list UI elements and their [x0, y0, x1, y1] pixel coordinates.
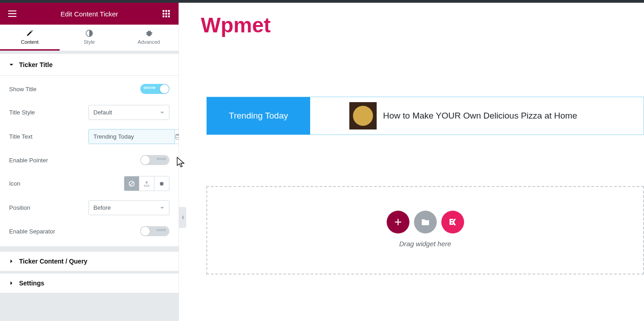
caret-right-icon	[9, 281, 14, 285]
ticker-title-controls: Show Title SHOW Title Style Default Titl…	[0, 76, 179, 249]
toggle-show-title[interactable]: SHOW	[140, 84, 169, 94]
label-enable-pointer: Enable Pointer	[9, 157, 48, 164]
brand-logo: Wpmet	[201, 13, 271, 37]
label-enable-separator: Enable Separator	[9, 228, 55, 235]
chevron-left-icon	[181, 215, 184, 220]
toggle-enable-separator[interactable]: HIDE	[140, 226, 169, 236]
dropzone-hint: Drag widget here	[207, 240, 643, 248]
preview-canvas: Wpmet Trending Today How to Make YOUR Ow…	[179, 3, 644, 321]
pencil-icon	[26, 29, 34, 37]
svg-rect-7	[165, 16, 167, 17]
svg-rect-5	[168, 13, 170, 15]
tab-label: Advanced	[138, 39, 160, 45]
section-heading: Ticker Title	[19, 61, 52, 68]
plus-icon	[394, 218, 402, 226]
svg-rect-1	[165, 10, 167, 12]
svg-rect-2	[168, 10, 170, 12]
tab-advanced[interactable]: Advanced	[119, 25, 179, 51]
chevron-down-icon	[160, 207, 164, 209]
ticker-title-box: Trending Today	[207, 97, 310, 135]
label-title-style: Title Style	[9, 109, 35, 116]
apps-grid-icon[interactable]	[160, 8, 172, 20]
panel-collapse-handle[interactable]	[179, 207, 186, 228]
ek-icon	[448, 217, 458, 227]
svg-point-15	[358, 110, 361, 114]
svg-point-16	[365, 112, 368, 116]
editor-panel: Edit Content Ticker Content Style Advanc…	[0, 3, 179, 321]
gear-icon	[145, 29, 153, 37]
editor-tabs: Content Style Advanced	[0, 25, 179, 51]
upload-icon	[143, 181, 150, 187]
icon-option-upload[interactable]	[139, 176, 154, 191]
section-heading: Settings	[19, 280, 44, 287]
ban-icon	[128, 181, 135, 187]
widget-dropzone[interactable]: Drag widget here	[206, 186, 644, 274]
label-position: Position	[9, 204, 30, 211]
ticker-item-text: How to Make YOUR Own Delicious Pizza at …	[383, 111, 577, 121]
add-section-button[interactable]	[387, 211, 409, 233]
label-title-text: Title Text	[9, 133, 32, 140]
contrast-icon	[85, 29, 93, 37]
caret-down-icon	[9, 62, 14, 67]
panel-header: Edit Content Ticker	[0, 3, 179, 25]
label-show-title: Show Title	[9, 86, 36, 93]
tab-style[interactable]: Style	[60, 25, 119, 51]
select-position[interactable]: Before	[88, 200, 169, 215]
content-ticker-widget[interactable]: Trending Today How to Make YOUR Own Deli…	[206, 97, 644, 135]
folder-icon	[421, 218, 430, 226]
input-title-text[interactable]	[88, 129, 175, 144]
svg-point-18	[366, 119, 369, 122]
svg-point-14	[353, 106, 373, 126]
tab-content[interactable]: Content	[0, 25, 60, 51]
section-ticker-content[interactable]: Ticker Content / Query	[0, 249, 179, 271]
add-template-button[interactable]	[414, 211, 437, 233]
toggle-enable-pointer[interactable]: HIDE	[140, 155, 169, 165]
svg-point-12	[160, 182, 164, 186]
circle-icon	[159, 181, 164, 186]
section-heading: Ticker Content / Query	[19, 258, 87, 265]
ticker-body: How to Make YOUR Own Delicious Pizza at …	[310, 97, 644, 135]
tab-label: Content	[21, 39, 39, 45]
section-settings[interactable]: Settings	[0, 271, 179, 293]
svg-rect-8	[168, 16, 170, 17]
icon-choice	[124, 176, 169, 191]
svg-rect-3	[163, 13, 164, 15]
section-ticker-title[interactable]: Ticker Title	[0, 54, 179, 76]
elementskit-button[interactable]	[441, 211, 464, 233]
hamburger-icon[interactable]	[6, 8, 18, 20]
caret-right-icon	[9, 259, 14, 264]
panel-title: Edit Content Ticker	[61, 10, 118, 18]
label-icon: Icon	[9, 180, 20, 187]
svg-rect-0	[163, 10, 164, 12]
svg-rect-6	[163, 16, 164, 17]
svg-rect-4	[165, 13, 167, 15]
tab-label: Style	[84, 39, 95, 45]
chevron-down-icon	[160, 111, 164, 114]
select-title-style[interactable]: Default	[88, 105, 169, 120]
svg-point-17	[360, 118, 364, 121]
icon-option-library[interactable]	[154, 176, 169, 191]
pizza-thumbnail	[349, 102, 377, 129]
icon-option-none[interactable]	[124, 176, 139, 191]
